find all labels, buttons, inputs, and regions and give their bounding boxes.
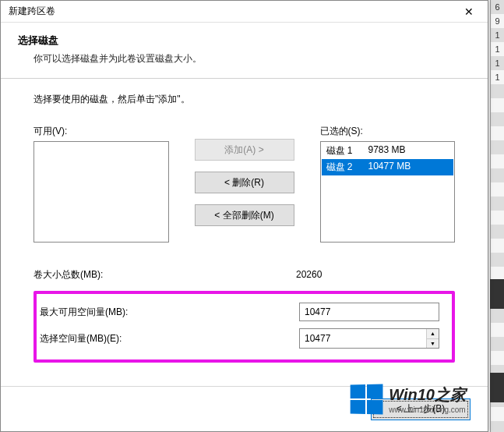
background-strip: 6 9 1 1 1 1 — [490, 0, 504, 432]
remove-all-button[interactable]: < 全部删除(M) — [195, 204, 294, 226]
bg-band — [490, 279, 504, 309]
disk-name: 磁盘 1 — [326, 144, 353, 158]
select-space-input[interactable] — [300, 329, 426, 348]
max-space-field — [299, 303, 439, 321]
spinner-up-icon[interactable]: ▲ — [427, 329, 439, 339]
spinner-down-icon[interactable]: ▼ — [427, 339, 439, 349]
list-item[interactable]: 磁盘 1 9783 MB — [322, 143, 454, 159]
strip-num: 1 — [491, 56, 504, 70]
body-area: 选择要使用的磁盘，然后单击"添加"。 可用(V): 添加(A) > < 删除(R… — [1, 79, 488, 366]
window-title: 新建跨区卷 — [9, 5, 455, 18]
page-title: 选择磁盘 — [18, 34, 471, 48]
titlebar[interactable]: 新建跨区卷 ✕ — [1, 1, 488, 23]
close-button[interactable]: ✕ — [455, 2, 483, 21]
disk-selection-area: 可用(V): 添加(A) > < 删除(R) < 全部删除(M) 已选的(S):… — [33, 125, 455, 243]
remove-button[interactable]: < 删除(R) — [195, 172, 294, 193]
list-item[interactable]: 磁盘 2 10477 MB — [322, 159, 454, 175]
dialog-footer: < 上一步(B) — [1, 386, 488, 431]
header-area: 选择磁盘 你可以选择磁盘并为此卷设置磁盘大小。 — [1, 23, 488, 73]
highlight-annotation: 最大可用空间量(MB): 选择空间量(MB)(E): ▲ ▼ — [33, 291, 455, 363]
size-fields: 卷大小总数(MB): 20260 最大可用空间量(MB): 选择空间量(MB)(… — [33, 261, 455, 363]
selected-label: 已选的(S): — [320, 125, 456, 138]
strip-num: 6 — [491, 0, 504, 14]
available-listbox[interactable] — [33, 141, 169, 243]
disk-size: 10477 MB — [368, 161, 411, 174]
disk-name: 磁盘 2 — [326, 161, 353, 174]
total-size-label: 卷大小总数(MB): — [33, 268, 287, 282]
strip-num: 1 — [491, 28, 504, 42]
selected-listbox[interactable]: 磁盘 1 9783 MB 磁盘 2 10477 MB — [320, 141, 456, 243]
close-icon: ✕ — [464, 5, 474, 18]
new-spanned-volume-dialog: 新建跨区卷 ✕ 选择磁盘 你可以选择磁盘并为此卷设置磁盘大小。 选择要使用的磁盘… — [0, 0, 488, 432]
add-button[interactable]: 添加(A) > — [195, 139, 294, 161]
strip-num: 1 — [491, 42, 504, 56]
select-space-spinner[interactable]: ▲ ▼ — [299, 328, 439, 349]
select-space-label: 选择空间量(MB)(E): — [40, 332, 293, 345]
select-space-row: 选择空间量(MB)(E): ▲ ▼ — [40, 325, 449, 352]
page-subtitle: 你可以选择磁盘并为此卷设置磁盘大小。 — [18, 52, 471, 66]
max-space-label: 最大可用空间量(MB): — [40, 306, 293, 319]
total-size-value: 20260 — [293, 267, 433, 282]
total-size-row: 卷大小总数(MB): 20260 — [33, 261, 455, 288]
available-column: 可用(V): — [33, 125, 169, 243]
transfer-buttons: 添加(A) > < 删除(R) < 全部删除(M) — [177, 125, 312, 226]
strip-num: 1 — [491, 70, 504, 84]
max-space-row: 最大可用空间量(MB): — [40, 299, 449, 325]
bg-band — [490, 373, 504, 402]
disk-size: 9783 MB — [368, 144, 406, 158]
strip-num: 9 — [491, 14, 504, 28]
back-button[interactable]: < 上一步(B) — [371, 398, 471, 420]
selected-column: 已选的(S): 磁盘 1 9783 MB 磁盘 2 10477 MB — [320, 125, 456, 243]
instruction-text: 选择要使用的磁盘，然后单击"添加"。 — [33, 93, 455, 106]
available-label: 可用(V): — [33, 125, 169, 138]
spinner-buttons: ▲ ▼ — [426, 329, 439, 348]
